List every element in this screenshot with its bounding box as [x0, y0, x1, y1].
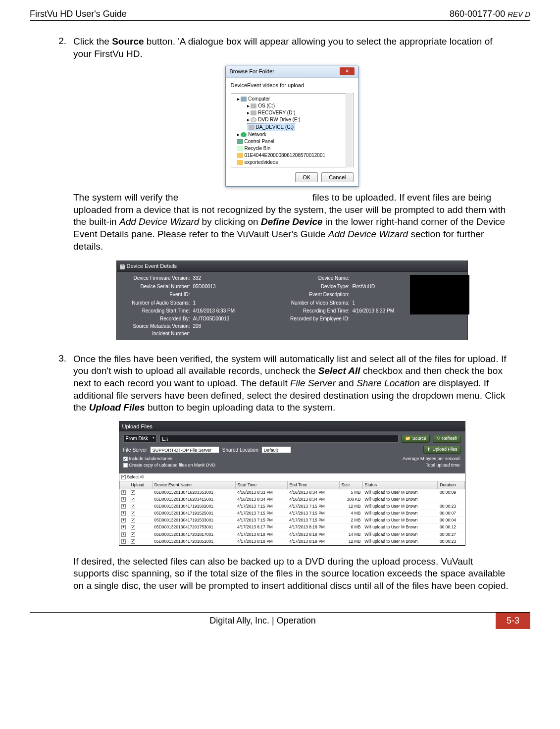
upload-checkbox[interactable] — [131, 519, 135, 523]
tree-item-da-device[interactable]: DA_DEVICE (G:) — [247, 123, 296, 131]
table-row[interactable]: +05D00013201304172017530014/17/2013 8:17… — [119, 524, 464, 531]
label-smv: Source Metadata Version: — [121, 323, 190, 329]
expand-icon[interactable]: + — [121, 490, 126, 495]
table-row[interactable]: +05D00013201304171915020014/17/2013 7:15… — [119, 503, 464, 510]
checkbox-icon — [123, 457, 128, 461]
col-size[interactable]: Size — [339, 481, 362, 489]
expand-icon[interactable]: + — [121, 539, 126, 544]
cell-start: 4/17/2013 8:18 PM — [235, 538, 287, 545]
ok-button[interactable]: OK — [295, 172, 318, 182]
value-rby: AUTO05D00013 — [193, 315, 272, 322]
upload-checkbox[interactable] — [131, 498, 135, 502]
header-left: FirstVu HD User's Guide — [30, 9, 127, 19]
col-duration[interactable]: Duration — [438, 481, 464, 489]
create-dvd-check[interactable]: Create copy of uploaded files on blank D… — [123, 462, 216, 469]
source-button[interactable]: 📁Source — [402, 435, 430, 443]
label-rst: Recording Start Time: — [121, 308, 190, 314]
expand-icon[interactable]: + — [121, 504, 126, 509]
col-name[interactable]: Device Event Name — [152, 481, 235, 489]
cell-name: 05D0001320130417191525001 — [152, 510, 235, 517]
upload-checkbox[interactable] — [131, 532, 135, 537]
upload-checkbox[interactable] — [131, 512, 135, 516]
file-server-label: File Server — [123, 447, 147, 453]
upload-files-button[interactable]: ⬆Upload Files — [423, 446, 460, 454]
cell-start: 4/17/2013 8:18 PM — [235, 531, 287, 538]
cell-size: 4 MB — [339, 510, 362, 517]
label-edesc: Event Description: — [275, 291, 350, 298]
tree-item-os[interactable]: ▸ OS (C:) — [232, 103, 352, 109]
upload-checkbox[interactable] — [131, 505, 135, 509]
value-ret: 4/16/2013 6:33 PM — [353, 308, 407, 314]
expand-icon[interactable]: + — [121, 511, 126, 516]
cell-name: 05D0001320130417201817001 — [152, 531, 235, 538]
refresh-button[interactable]: ↻Refresh — [433, 435, 461, 443]
upload-checkbox[interactable] — [131, 490, 135, 495]
table-row[interactable]: +05D00013201304162033530014/16/2013 8:33… — [119, 489, 464, 496]
value-aud: 1 — [193, 300, 272, 306]
tree-item-network[interactable]: ▸ Network — [232, 131, 352, 138]
cell-duration: 00:00:27 — [438, 531, 464, 538]
tree-item-folder1[interactable]: 01E4044E200008061208570012001 — [232, 152, 352, 159]
close-icon[interactable]: ✕ — [340, 67, 355, 75]
tree-item-recovery[interactable]: ▸ RECOVERY (D:) — [232, 109, 352, 116]
step-3: 3. Once the files have been verified, th… — [50, 353, 510, 597]
table-row[interactable]: +05D00013201304172018510014/17/2013 8:18… — [119, 538, 464, 545]
expand-icon[interactable]: + — [121, 525, 126, 529]
expand-icon[interactable]: + — [121, 532, 126, 537]
upload-checkbox[interactable] — [131, 539, 135, 544]
header-right: 860-00177-00 REV D — [450, 9, 530, 19]
path-field[interactable]: E:\ — [159, 435, 399, 443]
file-server-field[interactable]: SUPPORT-DT-OP File Server — [150, 446, 219, 453]
cancel-button[interactable]: Cancel — [321, 172, 353, 182]
table-row[interactable]: +05D00013201304162034150014/16/2013 8:34… — [119, 496, 464, 503]
scrollbar[interactable] — [346, 93, 353, 167]
col-start[interactable]: Start Time — [235, 481, 287, 489]
upload-checkbox[interactable] — [131, 525, 135, 530]
cell-size: 5 MB — [339, 489, 362, 496]
folder-tree[interactable]: ▸ Computer ▸ OS (C:) ▸ RECOVERY (D:) ▸ D… — [231, 93, 354, 167]
cell-status: Will upload to User M Brown — [362, 510, 438, 517]
step-2: 2. Click the Source button. 'A dialogue … — [50, 36, 510, 348]
tree-item-recycle-bin[interactable]: Recycle Bin — [232, 145, 352, 152]
cell-end: 4/17/2013 7:15 PM — [287, 503, 339, 510]
table-row[interactable]: +05D00013201304171915250014/17/2013 7:15… — [119, 510, 464, 517]
expand-icon[interactable]: + — [121, 518, 126, 522]
value-smv: 208 — [193, 323, 272, 329]
cell-status: Will upload to User M Brown — [362, 524, 438, 531]
col-upload[interactable]: Upload — [129, 481, 152, 489]
upload-files-window: Upload Files From Disk E:\ 📁Source ↻Refr… — [119, 421, 465, 545]
cell-end: 4/17/2013 8:19 PM — [287, 538, 339, 545]
cell-name: 05D0001320130417201851001 — [152, 538, 235, 545]
cell-end: 4/16/2013 8:34 PM — [287, 496, 339, 503]
shared-location-field[interactable]: Default — [261, 446, 291, 453]
col-end[interactable]: End Time — [287, 481, 339, 489]
value-rst: 4/16/2013 6:33 PM — [193, 308, 272, 314]
table-row[interactable]: +05D00013201304172018170014/17/2013 8:18… — [119, 531, 464, 538]
tree-item-dvd[interactable]: ▸ DVD RW Drive (E:) — [232, 116, 352, 123]
tree-item-folder2[interactable]: exportedvideos — [232, 159, 352, 166]
chevron-up-icon[interactable]: ˄ — [120, 264, 125, 269]
control-panel-icon — [237, 139, 243, 144]
include-subdir-check[interactable]: Include subdirectories — [123, 456, 216, 462]
cell-duration: 00:00:09 — [438, 489, 464, 496]
checkbox-icon — [121, 475, 126, 479]
from-disk-dropdown[interactable]: From Disk — [123, 434, 157, 443]
panel-header[interactable]: ˄Device Event Details — [117, 261, 467, 271]
cell-name: 05D0001320130416203353001 — [152, 489, 235, 496]
computer-icon — [241, 97, 247, 102]
label-remp: Recorded by Employee ID: — [275, 315, 350, 322]
tree-item-computer[interactable]: ▸ Computer — [232, 96, 352, 103]
label-eid: Event ID: — [121, 291, 190, 298]
device-event-details-panel: ˄Device Event Details Device Firmware Ve… — [116, 260, 468, 340]
cell-end: 4/17/2013 8:18 PM — [287, 524, 339, 531]
col-status[interactable]: Status — [362, 481, 438, 489]
table-row[interactable]: +05D00013201304171915330014/17/2013 7:15… — [119, 517, 464, 524]
select-all-row[interactable]: Select All — [119, 473, 464, 481]
label-dtype: Device Type: — [275, 283, 350, 290]
tree-item-control-panel[interactable]: Control Panel — [232, 138, 352, 145]
folder-icon: 📁 — [405, 436, 410, 442]
expand-icon[interactable]: + — [121, 497, 126, 502]
browse-folder-dialog: Browse For Folder ✕ DeviceEvent videos f… — [225, 65, 359, 187]
label-vid: Number of Video Streams: — [275, 300, 350, 306]
cell-start: 4/17/2013 8:17 PM — [235, 524, 287, 531]
